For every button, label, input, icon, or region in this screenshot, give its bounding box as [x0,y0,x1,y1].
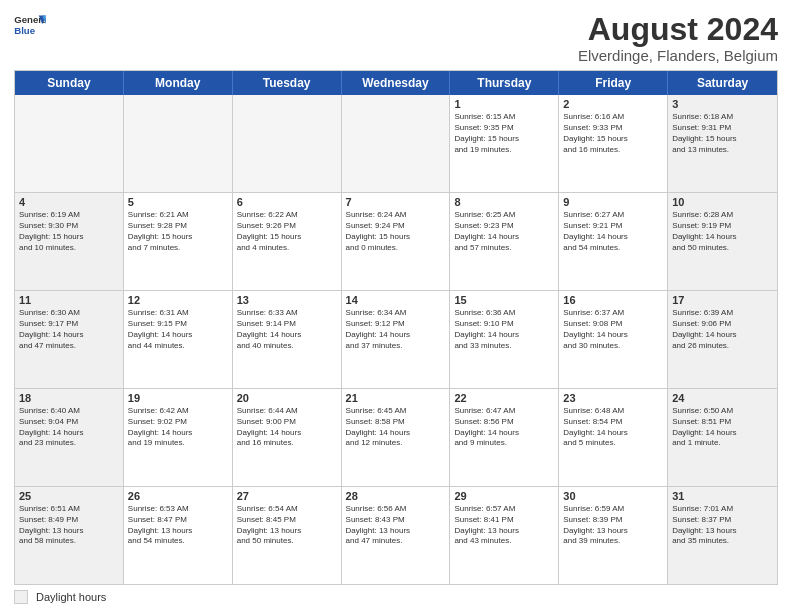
day-number: 20 [237,392,337,404]
calendar-day-1: 1Sunrise: 6:15 AM Sunset: 9:35 PM Daylig… [450,95,559,192]
day-number: 19 [128,392,228,404]
calendar-day-6: 6Sunrise: 6:22 AM Sunset: 9:26 PM Daylig… [233,193,342,290]
calendar-header-wednesday: Wednesday [342,71,451,95]
day-info: Sunrise: 6:57 AM Sunset: 8:41 PM Dayligh… [454,504,554,547]
daylight-legend-label: Daylight hours [36,591,106,603]
day-info: Sunrise: 6:31 AM Sunset: 9:15 PM Dayligh… [128,308,228,351]
calendar-day-7: 7Sunrise: 6:24 AM Sunset: 9:24 PM Daylig… [342,193,451,290]
day-info: Sunrise: 6:59 AM Sunset: 8:39 PM Dayligh… [563,504,663,547]
calendar-day-9: 9Sunrise: 6:27 AM Sunset: 9:21 PM Daylig… [559,193,668,290]
day-info: Sunrise: 6:33 AM Sunset: 9:14 PM Dayligh… [237,308,337,351]
day-info: Sunrise: 6:34 AM Sunset: 9:12 PM Dayligh… [346,308,446,351]
day-number: 10 [672,196,773,208]
footer: Daylight hours [14,590,778,604]
day-number: 24 [672,392,773,404]
day-info: Sunrise: 6:19 AM Sunset: 9:30 PM Dayligh… [19,210,119,253]
day-info: Sunrise: 6:45 AM Sunset: 8:58 PM Dayligh… [346,406,446,449]
day-number: 4 [19,196,119,208]
calendar-day-24: 24Sunrise: 6:50 AM Sunset: 8:51 PM Dayli… [668,389,777,486]
day-number: 2 [563,98,663,110]
day-number: 13 [237,294,337,306]
day-number: 30 [563,490,663,502]
logo-icon: General Blue [14,12,46,40]
month-year: August 2024 [578,12,778,47]
day-number: 12 [128,294,228,306]
day-info: Sunrise: 6:48 AM Sunset: 8:54 PM Dayligh… [563,406,663,449]
calendar-day-11: 11Sunrise: 6:30 AM Sunset: 9:17 PM Dayli… [15,291,124,388]
day-number: 28 [346,490,446,502]
empty-cell [124,95,233,192]
day-info: Sunrise: 6:30 AM Sunset: 9:17 PM Dayligh… [19,308,119,351]
calendar-week-2: 4Sunrise: 6:19 AM Sunset: 9:30 PM Daylig… [15,192,777,290]
day-info: Sunrise: 6:53 AM Sunset: 8:47 PM Dayligh… [128,504,228,547]
calendar-day-17: 17Sunrise: 6:39 AM Sunset: 9:06 PM Dayli… [668,291,777,388]
location: Elverdinge, Flanders, Belgium [578,47,778,64]
day-info: Sunrise: 6:56 AM Sunset: 8:43 PM Dayligh… [346,504,446,547]
calendar-day-23: 23Sunrise: 6:48 AM Sunset: 8:54 PM Dayli… [559,389,668,486]
day-number: 15 [454,294,554,306]
calendar-day-22: 22Sunrise: 6:47 AM Sunset: 8:56 PM Dayli… [450,389,559,486]
day-number: 21 [346,392,446,404]
header: General Blue August 2024 Elverdinge, Fla… [14,12,778,64]
day-info: Sunrise: 6:18 AM Sunset: 9:31 PM Dayligh… [672,112,773,155]
empty-cell [233,95,342,192]
calendar-day-27: 27Sunrise: 6:54 AM Sunset: 8:45 PM Dayli… [233,487,342,584]
title-block: August 2024 Elverdinge, Flanders, Belgiu… [578,12,778,64]
calendar-header-friday: Friday [559,71,668,95]
logo: General Blue [14,12,46,40]
day-number: 16 [563,294,663,306]
day-number: 9 [563,196,663,208]
day-info: Sunrise: 6:50 AM Sunset: 8:51 PM Dayligh… [672,406,773,449]
calendar-day-12: 12Sunrise: 6:31 AM Sunset: 9:15 PM Dayli… [124,291,233,388]
day-number: 11 [19,294,119,306]
day-info: Sunrise: 6:47 AM Sunset: 8:56 PM Dayligh… [454,406,554,449]
day-number: 8 [454,196,554,208]
day-number: 29 [454,490,554,502]
day-number: 22 [454,392,554,404]
day-info: Sunrise: 6:27 AM Sunset: 9:21 PM Dayligh… [563,210,663,253]
day-number: 25 [19,490,119,502]
empty-cell [15,95,124,192]
calendar-body: 1Sunrise: 6:15 AM Sunset: 9:35 PM Daylig… [15,95,777,584]
empty-cell [342,95,451,192]
day-info: Sunrise: 7:01 AM Sunset: 8:37 PM Dayligh… [672,504,773,547]
day-info: Sunrise: 6:24 AM Sunset: 9:24 PM Dayligh… [346,210,446,253]
calendar-day-26: 26Sunrise: 6:53 AM Sunset: 8:47 PM Dayli… [124,487,233,584]
calendar-header-thursday: Thursday [450,71,559,95]
calendar-day-3: 3Sunrise: 6:18 AM Sunset: 9:31 PM Daylig… [668,95,777,192]
calendar-day-25: 25Sunrise: 6:51 AM Sunset: 8:49 PM Dayli… [15,487,124,584]
day-number: 26 [128,490,228,502]
day-info: Sunrise: 6:44 AM Sunset: 9:00 PM Dayligh… [237,406,337,449]
calendar-day-5: 5Sunrise: 6:21 AM Sunset: 9:28 PM Daylig… [124,193,233,290]
calendar-day-14: 14Sunrise: 6:34 AM Sunset: 9:12 PM Dayli… [342,291,451,388]
calendar-day-18: 18Sunrise: 6:40 AM Sunset: 9:04 PM Dayli… [15,389,124,486]
calendar-day-13: 13Sunrise: 6:33 AM Sunset: 9:14 PM Dayli… [233,291,342,388]
day-info: Sunrise: 6:21 AM Sunset: 9:28 PM Dayligh… [128,210,228,253]
day-info: Sunrise: 6:37 AM Sunset: 9:08 PM Dayligh… [563,308,663,351]
day-number: 7 [346,196,446,208]
calendar-week-3: 11Sunrise: 6:30 AM Sunset: 9:17 PM Dayli… [15,290,777,388]
day-number: 18 [19,392,119,404]
calendar: SundayMondayTuesdayWednesdayThursdayFrid… [14,70,778,585]
daylight-legend-box [14,590,28,604]
page-container: General Blue August 2024 Elverdinge, Fla… [0,0,792,612]
day-info: Sunrise: 6:36 AM Sunset: 9:10 PM Dayligh… [454,308,554,351]
calendar-day-10: 10Sunrise: 6:28 AM Sunset: 9:19 PM Dayli… [668,193,777,290]
day-number: 23 [563,392,663,404]
calendar-day-28: 28Sunrise: 6:56 AM Sunset: 8:43 PM Dayli… [342,487,451,584]
calendar-day-19: 19Sunrise: 6:42 AM Sunset: 9:02 PM Dayli… [124,389,233,486]
day-info: Sunrise: 6:39 AM Sunset: 9:06 PM Dayligh… [672,308,773,351]
calendar-day-30: 30Sunrise: 6:59 AM Sunset: 8:39 PM Dayli… [559,487,668,584]
calendar-day-8: 8Sunrise: 6:25 AM Sunset: 9:23 PM Daylig… [450,193,559,290]
svg-text:Blue: Blue [14,25,35,36]
calendar-day-16: 16Sunrise: 6:37 AM Sunset: 9:08 PM Dayli… [559,291,668,388]
calendar-day-21: 21Sunrise: 6:45 AM Sunset: 8:58 PM Dayli… [342,389,451,486]
calendar-header-sunday: Sunday [15,71,124,95]
calendar-header-saturday: Saturday [668,71,777,95]
calendar-header-monday: Monday [124,71,233,95]
calendar-day-2: 2Sunrise: 6:16 AM Sunset: 9:33 PM Daylig… [559,95,668,192]
calendar-week-1: 1Sunrise: 6:15 AM Sunset: 9:35 PM Daylig… [15,95,777,192]
day-info: Sunrise: 6:25 AM Sunset: 9:23 PM Dayligh… [454,210,554,253]
day-number: 6 [237,196,337,208]
calendar-header: SundayMondayTuesdayWednesdayThursdayFrid… [15,71,777,95]
